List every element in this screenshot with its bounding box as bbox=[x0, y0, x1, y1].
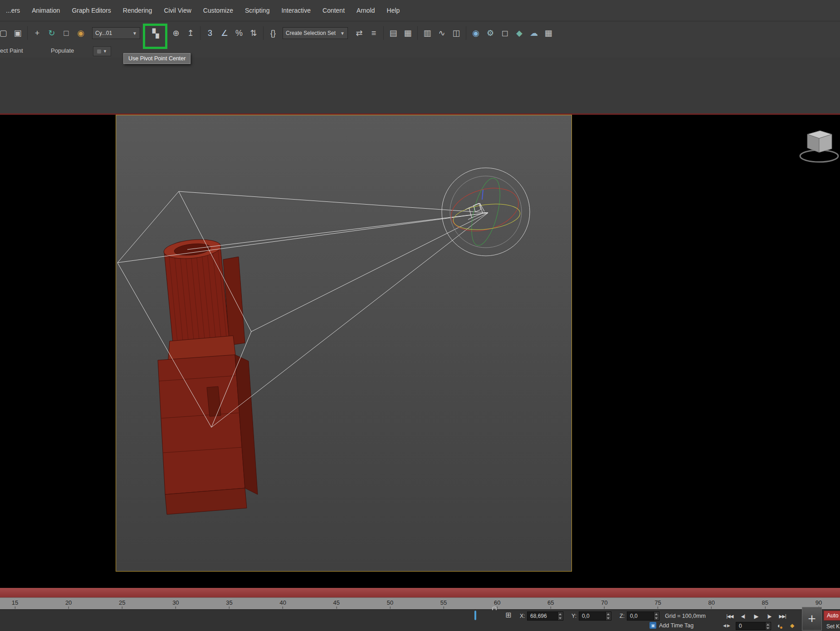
time-configuration-button[interactable]: ◐ bbox=[777, 622, 781, 629]
menu-item-civil-view[interactable]: Civil View bbox=[158, 0, 197, 21]
align-button[interactable]: ≡ bbox=[367, 25, 381, 41]
viewport-zone[interactable] bbox=[0, 115, 840, 588]
timeline-tick-70: 70 bbox=[601, 599, 607, 609]
model-cylinder bbox=[164, 247, 230, 347]
key-filters-button[interactable]: ◆ bbox=[790, 622, 794, 629]
named-selection-sets-dropdown[interactable]: Create Selection Set ▼ bbox=[283, 27, 348, 39]
chevron-down-icon: ▼ bbox=[132, 31, 137, 36]
menu-item-customize[interactable]: Customize bbox=[197, 0, 239, 21]
tooltip: Use Pivot Point Center bbox=[123, 53, 190, 64]
menu-bar-items: ...ersAnimationGraph EditorsRenderingCiv… bbox=[0, 0, 405, 21]
timeline-ruler[interactable]: 15202530354045505560657075808590 bbox=[0, 597, 840, 610]
add-time-tag-button[interactable]: Add Time Tag bbox=[659, 622, 693, 629]
tab-populate[interactable]: Populate bbox=[51, 47, 74, 54]
grid-size-label: Grid = 100,0mm bbox=[665, 613, 706, 619]
y-coordinate-value: 0,0 bbox=[582, 613, 590, 619]
select-and-rotate-button[interactable]: ↻ bbox=[45, 25, 59, 41]
next-frame-button[interactable]: |▶ bbox=[763, 611, 775, 621]
current-frame-field[interactable]: 0 bbox=[736, 622, 771, 630]
auto-key-button[interactable]: Auto bbox=[824, 611, 840, 621]
go-to-end-button[interactable]: ▶▶| bbox=[777, 611, 788, 621]
viewcube[interactable] bbox=[796, 121, 840, 168]
rendered-frame-window-button[interactable]: ◻ bbox=[498, 25, 512, 41]
set-key-button[interactable]: Set K bbox=[826, 623, 840, 630]
z-coordinate-label: Z: bbox=[620, 613, 625, 619]
rectangular-selection-region-button[interactable]: ▢ bbox=[0, 25, 10, 41]
menu-item-scripting[interactable]: Scripting bbox=[239, 0, 275, 21]
ribbon-flyout-button[interactable]: ▼ bbox=[93, 46, 111, 56]
schematic-view-button[interactable]: ◫ bbox=[449, 25, 463, 41]
x-coordinate-label: X: bbox=[520, 613, 525, 619]
reference-coordinate-dropdown[interactable]: Cy...01 ▼ bbox=[92, 27, 140, 39]
auto-key-label: Auto bbox=[827, 612, 839, 619]
menu-item-graph-editors[interactable]: Graph Editors bbox=[66, 0, 117, 21]
angle-snap-toggle-button[interactable]: ∠ bbox=[218, 25, 231, 41]
percent-snap-toggle-button[interactable]: % bbox=[232, 25, 246, 41]
material-editor-button[interactable]: ◉ bbox=[469, 25, 483, 41]
timeline-tick-45: 45 bbox=[333, 599, 340, 609]
ribbon-flyout-icon bbox=[97, 49, 101, 54]
toolbar-left-icons: ▢▣+↻□◉ bbox=[0, 25, 88, 41]
z-coordinate-value: 0,0 bbox=[630, 613, 638, 619]
select-and-manipulate-button[interactable]: ⊕ bbox=[169, 25, 183, 41]
spinner-icon[interactable] bbox=[606, 612, 611, 620]
render-in-cloud-button[interactable]: ☁ bbox=[527, 25, 541, 41]
timeline-tick-15: 15 bbox=[12, 599, 18, 609]
timeline-tick-40: 40 bbox=[279, 599, 286, 609]
pivot-point-icon: ▚ bbox=[152, 28, 159, 39]
chevron-down-icon: ▼ bbox=[103, 49, 107, 54]
use-pivot-point-center-button[interactable]: ▚ bbox=[147, 25, 165, 41]
main-toolbar: ▢▣+↻□◉ Cy...01 ▼ ▚ ⊕↥3∠%⇅{} Create Selec… bbox=[0, 21, 840, 45]
timeline-tick-55: 55 bbox=[440, 599, 447, 609]
render-production-button[interactable]: ◆ bbox=[513, 25, 526, 41]
curve-editor-button[interactable]: ∿ bbox=[435, 25, 449, 41]
edit-named-selection-sets-button[interactable]: {} bbox=[266, 25, 280, 41]
y-coordinate-field[interactable]: 0,0 bbox=[579, 611, 611, 621]
timeline-tick-80: 80 bbox=[708, 599, 714, 609]
select-and-place-button[interactable]: ◉ bbox=[74, 25, 88, 41]
spinner-icon[interactable] bbox=[765, 622, 771, 630]
time-slider-track[interactable] bbox=[0, 588, 840, 598]
absolute-mode-transform-toggle[interactable]: ⊞ bbox=[505, 611, 511, 620]
keyboard-shortcut-override-toggle[interactable]: ↥ bbox=[184, 25, 197, 41]
spinner-icon[interactable] bbox=[654, 612, 659, 620]
toolbar-separator bbox=[200, 26, 200, 40]
ribbon-collapsed-area bbox=[0, 58, 840, 113]
go-to-start-button[interactable]: |◀◀ bbox=[724, 611, 736, 621]
spinner-icon[interactable] bbox=[557, 612, 563, 620]
menu-item-help[interactable]: Help bbox=[381, 0, 406, 21]
play-button[interactable]: ▶ bbox=[750, 611, 762, 621]
tab-object-paint[interactable]: ect Paint bbox=[0, 47, 23, 54]
timeline-tick-35: 35 bbox=[226, 599, 232, 609]
reference-coordinate-value: Cy...01 bbox=[95, 30, 112, 36]
x-coordinate-value: 68,696 bbox=[530, 613, 547, 619]
toggle-scene-explorer-button[interactable]: ▤ bbox=[386, 25, 400, 41]
toggle-layer-explorer-button[interactable]: ▦ bbox=[401, 25, 415, 41]
rotate-gizmo bbox=[442, 168, 530, 256]
spinner-snap-toggle-button[interactable]: ⇅ bbox=[247, 25, 260, 41]
select-and-move-button[interactable]: + bbox=[30, 25, 44, 41]
chevron-down-icon: ▼ bbox=[340, 31, 345, 36]
menu-item-arnold[interactable]: Arnold bbox=[351, 0, 381, 21]
render-setup-button[interactable]: ⚙ bbox=[483, 25, 497, 41]
mirror-button[interactable]: ⇄ bbox=[352, 25, 366, 41]
select-object-button[interactable]: ▣ bbox=[11, 25, 24, 41]
active-viewport[interactable] bbox=[116, 115, 572, 572]
time-tag-icon: ▣ bbox=[650, 622, 656, 629]
menu-item-content[interactable]: Content bbox=[317, 0, 351, 21]
frame-step-arrows[interactable]: ◀▶ bbox=[723, 623, 731, 628]
z-coordinate-field[interactable]: 0,0 bbox=[627, 611, 659, 621]
toggle-ribbon-button[interactable]: ▥ bbox=[420, 25, 434, 41]
snaps-toggle-button[interactable]: 3 bbox=[203, 25, 217, 41]
menu-item-rendering[interactable]: Rendering bbox=[117, 0, 158, 21]
previous-frame-button[interactable]: ◀| bbox=[737, 611, 749, 621]
select-and-scale-button[interactable]: □ bbox=[59, 25, 73, 41]
menu-item-interactive[interactable]: Interactive bbox=[275, 0, 317, 21]
menu-item--ers[interactable]: ...ers bbox=[0, 0, 26, 21]
plus-navigation-button[interactable]: + bbox=[802, 607, 822, 631]
x-coordinate-field[interactable]: 68,696 bbox=[527, 611, 563, 621]
render-iterative-button[interactable]: ▦ bbox=[542, 25, 555, 41]
isolate-selection-toggle[interactable] bbox=[474, 611, 476, 620]
menu-item-animation[interactable]: Animation bbox=[26, 0, 66, 21]
toolbar-mid-icons: ⊕↥3∠%⇅{} bbox=[169, 25, 280, 41]
